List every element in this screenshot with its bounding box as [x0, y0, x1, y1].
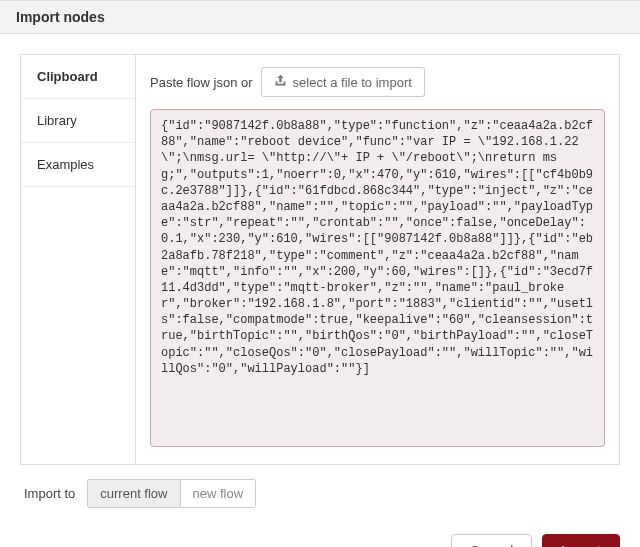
cancel-button-label: Cancel: [470, 543, 514, 547]
import-to-toggle: current flow new flow: [87, 479, 256, 508]
select-file-button[interactable]: select a file to import: [261, 67, 425, 97]
sidebar-item-clipboard[interactable]: Clipboard: [21, 55, 135, 99]
import-instruction-row: Paste flow json or select a file to impo…: [150, 67, 605, 97]
toggle-label: current flow: [100, 486, 167, 501]
toggle-new-flow[interactable]: new flow: [180, 479, 257, 508]
svg-rect-2: [283, 81, 285, 84]
select-file-label: select a file to import: [293, 75, 412, 90]
toggle-current-flow[interactable]: current flow: [87, 479, 180, 508]
upload-icon: [274, 74, 287, 90]
content-pane: Paste flow json or select a file to impo…: [136, 55, 619, 464]
import-button[interactable]: Import: [542, 534, 620, 547]
import-nodes-dialog: Import nodes Clipboard Library Examples …: [0, 0, 640, 547]
sidebar-item-label: Examples: [37, 157, 94, 172]
dialog-footer: Cancel Import: [0, 514, 640, 547]
import-to-label: Import to: [24, 486, 75, 501]
sidebar-item-examples[interactable]: Examples: [21, 143, 135, 187]
svg-rect-1: [275, 81, 277, 84]
sidebar-item-label: Clipboard: [37, 69, 98, 84]
flow-json-textarea[interactable]: [150, 109, 605, 447]
cancel-button[interactable]: Cancel: [451, 534, 533, 547]
toggle-label: new flow: [193, 486, 244, 501]
sidebar: Clipboard Library Examples: [21, 55, 136, 464]
import-to-row: Import to current flow new flow: [20, 465, 620, 514]
dialog-title: Import nodes: [0, 1, 640, 34]
main-panel: Clipboard Library Examples Paste flow js…: [20, 54, 620, 465]
paste-instruction-label: Paste flow json or: [150, 75, 253, 90]
sidebar-item-label: Library: [37, 113, 77, 128]
import-button-label: Import: [561, 543, 601, 547]
dialog-body: Clipboard Library Examples Paste flow js…: [0, 34, 640, 514]
sidebar-item-library[interactable]: Library: [21, 99, 135, 143]
